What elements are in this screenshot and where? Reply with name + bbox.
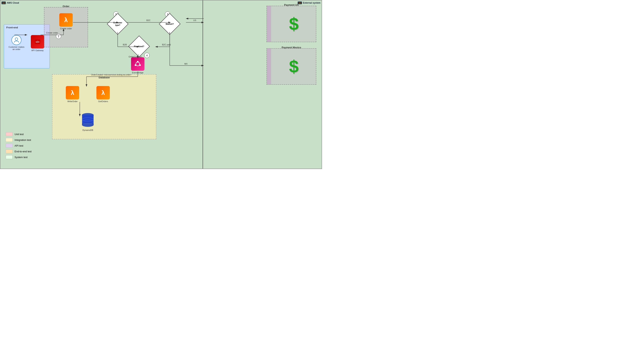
customer-node: Customer makesan order bbox=[8, 35, 25, 50]
payment-mexico-box: Payment Mexico $ bbox=[266, 48, 316, 85]
unit-test-swatch bbox=[6, 132, 13, 136]
api-gateway-node: </> API Gateway bbox=[31, 35, 44, 52]
payment-us-stripe bbox=[267, 6, 271, 42]
svg-point-0 bbox=[15, 38, 18, 40]
system-test-swatch bbox=[6, 155, 13, 159]
unit-test-label: Unit test bbox=[14, 133, 24, 136]
svg-line-14 bbox=[136, 65, 136, 65]
order-box: Order λ Create order bbox=[44, 7, 88, 47]
legend-e2e-test: End-to-end test bbox=[6, 149, 32, 153]
external-system-header: aws External system bbox=[298, 2, 320, 4]
aws-cloud-header: aws AWS Cloud bbox=[2, 2, 19, 4]
system-test-label: System test bbox=[14, 156, 28, 159]
legend-unit-test: Unit test bbox=[6, 132, 32, 136]
eventbridge-node: EventBridge bbox=[131, 57, 144, 74]
main-canvas: aws AWS Cloud aws External system Front-… bbox=[0, 0, 322, 169]
eventbridge-label: EventBridge bbox=[132, 71, 144, 74]
customer-label: Customer makesan order bbox=[8, 46, 25, 50]
database-box: Database λ WriteOrder λ GetOrders bbox=[52, 74, 156, 139]
api-gateway-label: API Gateway bbox=[32, 49, 44, 52]
get-orders-label: GetOrders bbox=[98, 100, 108, 102]
external-system-label: External system bbox=[303, 2, 320, 4]
legend-api-test: API test bbox=[6, 144, 32, 147]
create-order-label: Create order bbox=[60, 27, 72, 30]
api-test-label: API test bbox=[14, 144, 23, 147]
dynamodb-icon bbox=[81, 113, 94, 128]
customer-type-diamond: Customertype? bbox=[109, 15, 126, 33]
legend: Unit test Integration test API test End-… bbox=[6, 132, 32, 161]
market-diamond: Market? bbox=[161, 15, 178, 33]
e2e-test-swatch bbox=[6, 149, 13, 153]
api-test-swatch bbox=[6, 144, 13, 147]
svg-text:MX: MX bbox=[184, 63, 188, 65]
payment-mx-title: Payment Mexico bbox=[282, 46, 301, 49]
legend-system-test: System test bbox=[6, 155, 32, 159]
create-order-node: λ Create order bbox=[44, 13, 88, 30]
legend-integration-test: Integration test bbox=[6, 138, 32, 142]
svg-text:B2B: B2B bbox=[123, 44, 127, 46]
svg-text:US: US bbox=[193, 19, 196, 22]
write-order-label: WriteOrder bbox=[67, 100, 78, 102]
svg-point-8 bbox=[136, 62, 140, 66]
aws-logo-icon: aws bbox=[2, 2, 6, 4]
dynamodb-label: DynamoDB bbox=[82, 129, 93, 131]
write-order-icon: λ bbox=[66, 86, 79, 99]
frontend-box: Front-end Customer makesan order </> API… bbox=[4, 24, 50, 68]
payment-us-title: Payment US bbox=[284, 4, 299, 6]
svg-text:B2C: B2C bbox=[146, 19, 150, 22]
dollar-mx-icon: $ bbox=[289, 57, 299, 76]
finalized-diamond: Finalized? bbox=[130, 38, 148, 55]
integration-test-label: Integration test bbox=[14, 138, 31, 141]
write-order-node: λ WriteOrder bbox=[66, 86, 79, 102]
payment-us-box: Payment US $ bbox=[266, 6, 316, 42]
get-orders-icon: λ bbox=[96, 86, 110, 99]
create-order-icon: λ bbox=[59, 13, 73, 27]
external-system-divider bbox=[202, 1, 203, 168]
get-orders-node: λ GetOrders bbox=[96, 86, 110, 102]
api-gateway-icon: </> bbox=[31, 35, 44, 49]
order-title: Order bbox=[62, 5, 69, 8]
dollar-us-icon: $ bbox=[289, 14, 299, 34]
svg-text:B2C paid: B2C paid bbox=[162, 44, 171, 46]
frontend-title: Front-end bbox=[6, 26, 18, 29]
svg-line-13 bbox=[139, 65, 140, 65]
aws-cloud-label: AWS Cloud bbox=[7, 2, 19, 4]
circle-1: 1 bbox=[56, 34, 61, 39]
e2e-test-label: End-to-end test bbox=[14, 150, 32, 153]
svg-text:</>: </> bbox=[36, 40, 40, 44]
customer-icon bbox=[12, 35, 22, 45]
database-title: Database bbox=[99, 76, 110, 79]
payment-mx-stripe bbox=[267, 49, 271, 84]
svg-point-5 bbox=[82, 123, 94, 127]
integration-test-swatch bbox=[6, 138, 13, 142]
dynamodb-node: DynamoDB bbox=[81, 113, 94, 131]
eventbridge-icon bbox=[131, 57, 144, 71]
